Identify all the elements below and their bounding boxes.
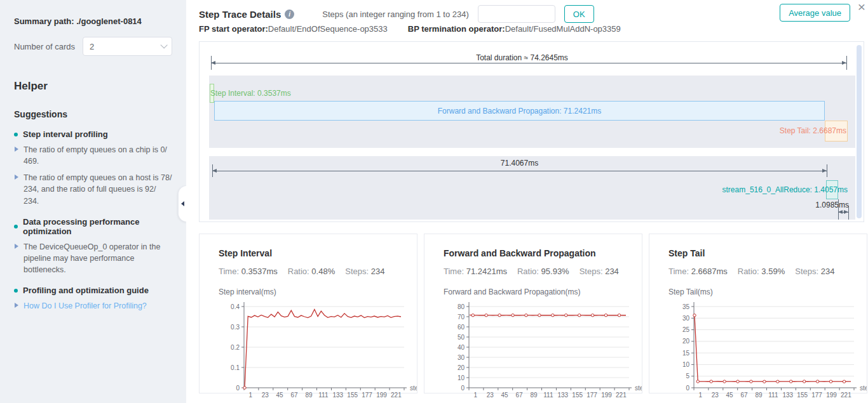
svg-text:70: 70 [458,314,465,320]
allreduce-label: stream_516_0_AllReduce: 1.4057ms [722,185,848,194]
svg-text:0.3: 0.3 [231,324,240,331]
svg-text:30: 30 [682,315,690,322]
helper-title: Helper [14,80,172,93]
chart-axis-title: Step Tail(ms) [668,287,867,296]
svg-text:step: step [635,385,642,392]
svg-text:1: 1 [699,392,703,399]
svg-text:111: 111 [768,392,778,399]
page-title: Step Trace Details [199,9,281,20]
suggestion-section: Profiling and optimization guide How Do … [14,286,172,312]
svg-text:155: 155 [797,392,808,399]
svg-text:80: 80 [458,303,465,310]
svg-text:0.4: 0.4 [231,303,240,310]
card-title: Step Tail [668,248,867,258]
triangle-icon [15,303,18,308]
step-tail-card: Step Tail Time: 2.6687msRatio: 3.59%Step… [649,234,867,393]
section-title: Profiling and optimization guide [23,286,149,295]
triangle-icon [15,147,18,152]
ok-button[interactable]: OK [564,5,594,23]
card-stats: Time: 71.2421msRatio: 95.93%Steps: 234 [444,267,642,276]
suggestion-section: Data processing performance optimization… [14,217,172,275]
svg-text:10: 10 [458,374,465,381]
profiler-guide-link[interactable]: How Do I Use Profiler for Profiling? [14,300,172,312]
cards-count-label: Number of cards [14,42,75,51]
svg-text:199: 199 [826,392,837,399]
svg-text:177: 177 [362,392,372,399]
svg-text:177: 177 [811,392,822,399]
svg-text:89: 89 [305,392,313,399]
svg-text:0.2: 0.2 [231,344,240,351]
svg-text:0: 0 [236,385,240,392]
suggestion-item: The DeviceQueueOp_0 operator in the pipe… [14,241,172,275]
summary-cards: Step Interval Time: 0.3537msRatio: 0.48%… [199,234,864,393]
bullet-icon [14,225,18,228]
svg-text:10: 10 [682,361,690,368]
svg-text:0.1: 0.1 [231,364,240,371]
svg-text:221: 221 [616,392,627,399]
svg-text:1: 1 [474,392,478,399]
svg-text:20: 20 [458,364,465,371]
svg-text:67: 67 [740,392,748,399]
bullet-icon [14,133,18,136]
forward-backward-box[interactable]: Forward and Backward Propagation: 71.242… [214,101,825,121]
svg-text:20: 20 [682,338,690,345]
svg-text:40: 40 [458,344,465,351]
svg-text:133: 133 [332,392,343,399]
triangle-icon [15,244,18,249]
svg-text:155: 155 [572,392,583,399]
suggestion-item: The ratio of empty queues on a host is 7… [14,172,172,206]
helper-sidebar: Summary path: ./googlenet-0814 Number of… [0,0,186,403]
svg-text:89: 89 [755,392,763,399]
svg-text:0: 0 [686,385,689,392]
trace-row-device: 71.4067ms stream_516_0_AllReduce: 1.4057… [209,156,855,220]
allreduce-tail-arrow [838,212,848,213]
section-title: Data processing performance optimization [23,217,172,236]
step-tail-label: Step Tail: 2.6687ms [780,126,846,135]
chevron-down-icon [160,41,167,48]
svg-text:35: 35 [682,303,690,310]
step-interval-label: Step Interval: 0.3537ms [210,89,291,98]
svg-text:30: 30 [458,354,465,361]
svg-text:67: 67 [515,392,523,399]
bullet-icon [14,289,18,293]
close-icon[interactable]: × [857,0,867,15]
steps-input[interactable] [478,5,555,23]
summary-path: Summary path: ./googlenet-0814 [14,17,172,26]
trace-row-step: Step Interval: 0.3537ms Forward and Back… [209,76,855,148]
svg-text:133: 133 [782,392,793,399]
average-value-button[interactable]: Average value [780,4,850,22]
forward-backward-card: Forward and Backward Propagation Time: 7… [424,234,642,393]
svg-text:111: 111 [318,392,329,399]
svg-text:199: 199 [376,392,387,399]
svg-text:0: 0 [461,385,465,392]
forward-backward-chart[interactable]: 0102030405060708012345678911113315517719… [444,298,642,403]
svg-text:45: 45 [501,392,509,399]
fp-start-operator: FP start operator:Default/EndOfSequence-… [199,24,388,34]
card-title: Step Interval [219,248,417,258]
total-duration-arrow [211,63,846,63]
trace-scrollbar[interactable] [857,45,862,218]
step-interval-card: Step Interval Time: 0.3537msRatio: 0.48%… [199,234,417,393]
svg-text:45: 45 [276,392,284,399]
cards-count-value: 2 [90,42,160,51]
svg-text:step: step [860,385,867,392]
forward-backward-label: Forward and Backward Propagation: 71.242… [438,107,601,116]
total-duration-label: Total duration ≈ 74.2645ms [200,53,844,62]
svg-text:199: 199 [601,392,612,399]
svg-text:50: 50 [458,334,465,341]
cards-count-select[interactable]: 2 [83,37,172,56]
bp-termination-operator: BP termination operator:Default/FusedMul… [408,24,621,34]
step-trace-main: Step Trace Details i Steps (an integer r… [186,0,868,403]
steps-hint-label: Steps (an integer ranging from 1 to 234) [322,10,469,19]
chart-axis-title: Forward and Backward Propagation(ms) [444,287,642,296]
step-tail-chart[interactable]: 0510152025303512345678911113315517719922… [668,298,867,403]
svg-text:23: 23 [262,392,269,399]
sidebar-collapse-button[interactable] [178,185,187,222]
suggestion-item: The ratio of empty queues on a chip is 0… [14,144,172,167]
svg-text:15: 15 [682,350,690,357]
step-interval-chart[interactable]: 00.10.20.30.4123456789111133155177199221… [219,298,417,403]
section-title: Step interval profiling [23,129,108,139]
step-trace-graph: Total duration ≈ 74.2645ms Step Interval… [199,41,864,222]
info-icon[interactable]: i [285,10,294,19]
svg-text:5: 5 [686,373,689,380]
